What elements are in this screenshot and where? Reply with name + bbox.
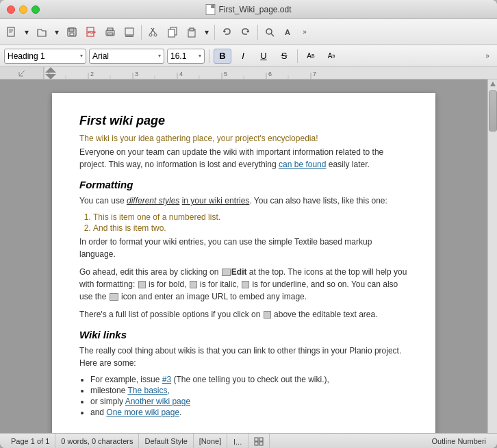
svg-rect-5: [69, 28, 74, 32]
paragraph-style-dropdown[interactable]: Heading 1 ▾: [4, 49, 86, 64]
inline-options-icon: [264, 311, 271, 319]
style-dropdown-arrow: ▾: [80, 53, 83, 59]
can-be-found-link[interactable]: can be found: [279, 160, 326, 169]
list-item-2: And this is item two.: [93, 223, 408, 233]
ruler-corner: [0, 67, 44, 79]
minimize-button[interactable]: [19, 5, 27, 14]
scroll-up-arrow[interactable]: [488, 79, 498, 89]
inline-b-icon: [138, 281, 146, 288]
find-button[interactable]: [261, 23, 279, 41]
titlebar: First_Wiki_page.odt: [0, 0, 497, 19]
svg-rect-11: [107, 33, 113, 35]
main-toolbar: ▾ ▾ PDF ▾: [0, 19, 497, 45]
preview-button[interactable]: [120, 23, 138, 41]
issue-3-link[interactable]: #3: [162, 375, 171, 384]
save-button[interactable]: [63, 23, 81, 41]
list-item-1: This is item one of a numbered list.: [93, 212, 408, 222]
window-title: First_Wiki_page.odt: [205, 4, 291, 15]
svg-text:3: 3: [135, 71, 138, 77]
main-area: First wiki page The wiki is your idea ga…: [0, 79, 497, 433]
textile-para: In order to format your wiki entries, yo…: [79, 236, 408, 260]
numbered-list: This is item one of a numbered list. And…: [93, 212, 408, 233]
outline-numbering: Outline Numberi: [426, 434, 492, 448]
inline-img-icon: [110, 293, 118, 301]
bold-button[interactable]: B: [214, 49, 231, 64]
open-button[interactable]: [33, 23, 51, 41]
fmt-sep2: [297, 49, 298, 63]
view-toggle[interactable]: [248, 434, 270, 448]
inline-edit-icon: [222, 269, 231, 276]
cursor-position: I...: [227, 434, 248, 448]
svg-rect-54: [255, 442, 258, 445]
formatting-overflow[interactable]: »: [482, 49, 493, 64]
another-wiki-link[interactable]: Another wiki page: [125, 397, 190, 406]
spellcheck-button[interactable]: A: [280, 23, 298, 41]
word-count: 0 words, 0 characters: [55, 434, 139, 448]
toolbar-overflow[interactable]: »: [299, 23, 310, 41]
font-size-dropdown[interactable]: 16.1 ▾: [167, 49, 205, 64]
cut-button[interactable]: [144, 23, 162, 41]
doc-para1: Everyone on your team can update the wik…: [79, 146, 408, 171]
traffic-lights: [7, 5, 40, 14]
svg-text:4: 4: [179, 71, 183, 77]
doc-subtitle: The wiki is your idea gathering place, y…: [79, 134, 408, 143]
document-title: First wiki page: [79, 114, 408, 128]
svg-point-22: [266, 29, 272, 34]
paragraph-style: Default Style: [139, 434, 193, 448]
document-area[interactable]: First wiki page The wiki is your idea ga…: [0, 79, 487, 433]
page-count: Page 1 of 1: [5, 434, 55, 448]
document-page: First wiki page The wiki is your idea ga…: [52, 93, 435, 433]
cursor-icon: I...: [233, 436, 242, 446]
italic-button[interactable]: I: [234, 49, 252, 64]
undo-button[interactable]: [218, 23, 235, 41]
sep3: [257, 25, 258, 40]
svg-text:5: 5: [224, 71, 227, 77]
paste-button[interactable]: [183, 23, 201, 41]
inline-u-icon: [242, 281, 249, 288]
svg-text:2: 2: [90, 71, 94, 77]
one-more-wiki-link[interactable]: One more wiki page: [106, 408, 179, 417]
redo-button[interactable]: [237, 23, 255, 41]
underline-button[interactable]: U: [255, 49, 272, 64]
font-name-dropdown[interactable]: Arial ▾: [89, 49, 164, 64]
scrollbar-thumb[interactable]: [489, 90, 497, 132]
svg-point-17: [154, 34, 157, 36]
statusbar: Page 1 of 1 0 words, 0 characters Defaul…: [0, 433, 497, 448]
different-styles-text: different styles: [127, 196, 179, 206]
bullet-item-4: and One more wiki page.: [90, 408, 408, 417]
close-button[interactable]: [7, 5, 15, 14]
svg-marker-50: [490, 82, 496, 86]
svg-rect-6: [70, 33, 74, 36]
strikethrough-button[interactable]: S: [275, 49, 293, 64]
export-pdf-button[interactable]: PDF: [82, 23, 100, 41]
ruler-marks: 1 2 3 4 5 6 7: [44, 67, 497, 79]
main-window: First_Wiki_page.odt ▾ ▾ PDF: [0, 0, 497, 448]
svg-rect-21: [190, 28, 194, 31]
svg-rect-53: [259, 438, 263, 441]
basics-link[interactable]: The basics: [127, 386, 167, 395]
sep2: [214, 25, 215, 40]
maximize-button[interactable]: [31, 5, 40, 14]
wiki-links-list: For example, issue #3 (The one telling y…: [90, 375, 408, 417]
new-button[interactable]: [3, 23, 21, 41]
svg-line-25: [19, 71, 25, 76]
fmt-sep1: [209, 49, 209, 63]
vertical-scrollbar[interactable]: [487, 79, 497, 433]
formatting-toolbar: Heading 1 ▾ Arial ▾ 16.1 ▾ B I U S AB Ab…: [0, 45, 497, 67]
paste-dropdown[interactable]: ▾: [202, 23, 212, 41]
copy-button[interactable]: [164, 23, 181, 41]
doc-icon: [205, 4, 215, 15]
print-button[interactable]: [101, 23, 119, 41]
superscript-button[interactable]: AB: [302, 49, 320, 64]
subscript-button[interactable]: Ab: [322, 49, 340, 64]
formatting-intro: You can use different styles in your wik…: [79, 195, 408, 207]
open-dropdown[interactable]: ▾: [52, 23, 62, 41]
language-status: [None]: [194, 434, 227, 448]
inline-i-icon: [190, 281, 197, 288]
sep1: [141, 25, 142, 40]
svg-line-23: [271, 34, 274, 36]
svg-rect-19: [168, 29, 175, 37]
new-dropdown[interactable]: ▾: [22, 23, 31, 41]
size-dropdown-arrow: ▾: [199, 53, 201, 59]
svg-text:A: A: [285, 28, 290, 36]
